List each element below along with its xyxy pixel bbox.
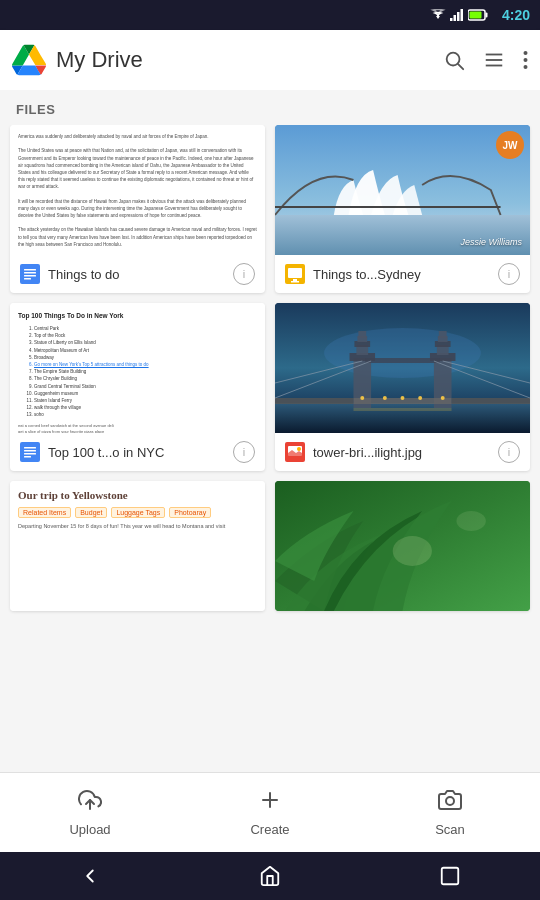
- ys-tag-luggage: Luggage Tags: [111, 507, 165, 518]
- status-bar: 4:20: [0, 0, 540, 30]
- create-button[interactable]: Create: [180, 788, 360, 837]
- file-name-sydney: Things to...Sydney: [313, 267, 490, 282]
- file-preview-tower-bridge: [275, 303, 530, 433]
- svg-point-55: [360, 396, 364, 400]
- app-bar-icons: [443, 49, 528, 71]
- ys-tag-budget: Budget: [75, 507, 107, 518]
- file-footer-nyc: Top 100 t...o in NYC i: [10, 433, 265, 471]
- bottom-action-bar: Upload Create Scan: [0, 772, 540, 852]
- upload-button[interactable]: Upload: [0, 788, 180, 837]
- file-info-button-sydney[interactable]: i: [498, 263, 520, 285]
- svg-rect-15: [20, 264, 40, 284]
- svg-rect-71: [442, 868, 459, 885]
- doc-icon-nyc: [20, 442, 40, 462]
- ys-tag-related: Related Items: [18, 507, 71, 518]
- app-title: My Drive: [56, 47, 433, 73]
- svg-point-65: [393, 536, 432, 566]
- file-card-yellowstone[interactable]: Our trip to Yellowstone Related Items Bu…: [10, 481, 265, 611]
- svg-rect-18: [24, 275, 36, 277]
- list-view-button[interactable]: [483, 49, 505, 71]
- file-info-button-things-to-do[interactable]: i: [233, 263, 255, 285]
- svg-point-63: [297, 447, 301, 451]
- svg-rect-30: [24, 453, 36, 455]
- status-icons: [430, 9, 488, 21]
- system-nav-bar: [0, 852, 540, 900]
- svg-point-57: [401, 396, 405, 400]
- upload-icon: [78, 788, 102, 818]
- svg-rect-60: [353, 408, 451, 411]
- nav-recents-button[interactable]: [439, 865, 461, 887]
- svg-rect-48: [275, 398, 353, 404]
- svg-rect-5: [485, 13, 487, 18]
- svg-rect-31: [24, 456, 31, 458]
- scan-label: Scan: [435, 822, 465, 837]
- upload-label: Upload: [69, 822, 110, 837]
- files-section-label: FILES: [0, 90, 540, 125]
- scan-icon: [438, 788, 462, 818]
- file-footer-tower-bridge: tower-bri...ilight.jpg i: [275, 433, 530, 471]
- file-name-nyc: Top 100 t...o in NYC: [48, 445, 225, 460]
- user-avatar: JW: [496, 131, 524, 159]
- svg-rect-27: [20, 442, 40, 462]
- svg-line-8: [458, 64, 463, 69]
- create-label: Create: [250, 822, 289, 837]
- yellowstone-text: Departing November 15 for 8 days of fun!…: [18, 522, 257, 530]
- file-footer-sydney: Things to...Sydney i: [275, 255, 530, 293]
- file-name-things-to-do: Things to do: [48, 267, 225, 282]
- file-preview-things-to-do: America was suddenly and deliberately at…: [10, 125, 265, 255]
- file-preview-yellowstone: Our trip to Yellowstone Related Items Bu…: [10, 481, 265, 611]
- yellowstone-tags: Related Items Budget Luggage Tags Photoa…: [18, 507, 257, 518]
- file-card-nyc[interactable]: Top 100 Things To Do in New York Central…: [10, 303, 265, 471]
- app-bar: My Drive: [0, 30, 540, 90]
- svg-rect-28: [24, 447, 36, 449]
- file-info-button-nyc[interactable]: i: [233, 441, 255, 463]
- wifi-icon: [430, 9, 446, 21]
- file-card-things-to-do[interactable]: America was suddenly and deliberately at…: [10, 125, 265, 293]
- more-options-button[interactable]: [523, 50, 528, 70]
- svg-point-66: [456, 511, 485, 531]
- nav-back-button[interactable]: [79, 865, 101, 887]
- svg-rect-0: [450, 18, 453, 21]
- image-icon-tower-bridge: [285, 442, 305, 462]
- file-card-palm[interactable]: [275, 481, 530, 611]
- svg-rect-26: [291, 281, 299, 283]
- signal-icon: [450, 9, 464, 21]
- nav-home-button[interactable]: [259, 865, 281, 887]
- yellowstone-title: Our trip to Yellowstone: [18, 489, 257, 501]
- svg-rect-6: [469, 12, 481, 19]
- doc-icon: [20, 264, 40, 284]
- svg-rect-19: [24, 278, 31, 280]
- svg-point-14: [524, 65, 528, 69]
- svg-point-13: [524, 58, 528, 62]
- svg-rect-24: [288, 268, 302, 278]
- svg-point-12: [524, 51, 528, 55]
- svg-rect-25: [293, 279, 297, 281]
- svg-point-70: [446, 797, 454, 805]
- file-card-tower-bridge[interactable]: tower-bri...ilight.jpg i: [275, 303, 530, 471]
- file-info-button-tower-bridge[interactable]: i: [498, 441, 520, 463]
- file-preview-sydney: JW Jessie Williams: [275, 125, 530, 255]
- svg-rect-29: [24, 450, 36, 452]
- svg-rect-3: [460, 9, 463, 21]
- status-time: 4:20: [502, 7, 530, 23]
- user-name: Jessie Williams: [461, 237, 522, 247]
- svg-rect-34: [275, 403, 530, 433]
- svg-rect-2: [457, 12, 460, 21]
- files-grid: America was suddenly and deliberately at…: [0, 125, 540, 621]
- create-icon: [258, 788, 282, 818]
- ys-tag-photo: Photoaray: [169, 507, 211, 518]
- svg-point-56: [383, 396, 387, 400]
- svg-rect-49: [452, 398, 530, 404]
- file-name-tower-bridge: tower-bri...ilight.jpg: [313, 445, 490, 460]
- file-card-sydney[interactable]: JW Jessie Williams Things to...Sydney i: [275, 125, 530, 293]
- scan-button[interactable]: Scan: [360, 788, 540, 837]
- search-button[interactable]: [443, 49, 465, 71]
- svg-rect-46: [439, 331, 447, 338]
- file-preview-palm: [275, 481, 530, 611]
- drive-logo: [12, 43, 46, 77]
- svg-rect-1: [453, 15, 456, 21]
- svg-rect-21: [275, 215, 530, 255]
- svg-point-59: [441, 396, 445, 400]
- svg-rect-40: [358, 331, 366, 338]
- slides-icon: [285, 264, 305, 284]
